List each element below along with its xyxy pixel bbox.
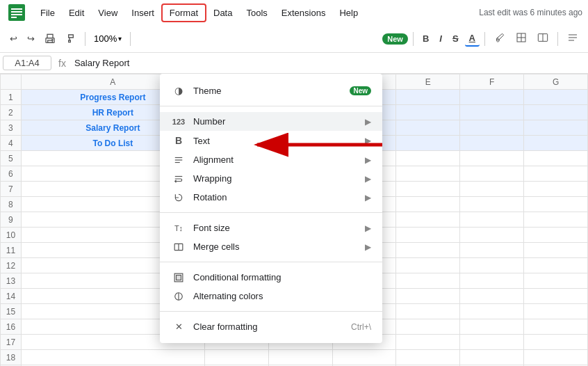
cell-g7[interactable] xyxy=(524,182,588,197)
cell-g9[interactable] xyxy=(524,212,588,228)
cell-f17[interactable] xyxy=(460,335,524,350)
format-menu[interactable]: ◑ Theme New 123 Number ▶ B Text xyxy=(160,74,382,343)
cell-g11[interactable] xyxy=(524,243,588,258)
menu-view[interactable]: View xyxy=(91,5,124,21)
format-merge-item[interactable]: Merge cells ▶ xyxy=(160,237,382,256)
format-number-item[interactable]: 123 Number ▶ xyxy=(160,112,382,131)
format-alternating-item[interactable]: Alternating colors xyxy=(160,287,382,305)
cell-e13[interactable] xyxy=(396,273,460,289)
undo-button[interactable]: ↩ xyxy=(6,31,22,47)
fill-color-button[interactable] xyxy=(490,30,509,47)
format-rotation-item[interactable]: Rotation ▶ xyxy=(160,188,382,207)
cell-f13[interactable] xyxy=(460,273,524,289)
format-fontsize-item[interactable]: T↕ Font size ▶ xyxy=(160,218,382,237)
cell-g18[interactable] xyxy=(524,350,588,365)
cell-e12[interactable] xyxy=(396,258,460,273)
cell-e9[interactable] xyxy=(396,212,460,228)
cell-e3[interactable] xyxy=(396,120,460,136)
cell-e15[interactable] xyxy=(396,304,460,319)
cell-e10[interactable] xyxy=(396,228,460,243)
cell-f16[interactable] xyxy=(460,319,524,335)
cell-e1[interactable] xyxy=(396,90,460,105)
cell-f7[interactable] xyxy=(460,182,524,197)
cell-f5[interactable] xyxy=(460,151,524,166)
cell-e7[interactable] xyxy=(396,182,460,197)
cell-a18[interactable] xyxy=(21,350,204,365)
cell-g17[interactable] xyxy=(524,335,588,350)
cell-f18[interactable] xyxy=(460,350,524,365)
cell-e16[interactable] xyxy=(396,319,460,335)
format-menu-section-2: 123 Number ▶ B Text ▶ Alignment xyxy=(160,109,382,209)
zoom-control[interactable]: 100% ▾ xyxy=(90,32,126,45)
align-button[interactable] xyxy=(563,30,582,47)
cell-e11[interactable] xyxy=(396,243,460,258)
cell-f6[interactable] xyxy=(460,166,524,182)
cell-g13[interactable] xyxy=(524,273,588,289)
merge-cells-arrow: ▶ xyxy=(365,242,371,252)
cell-g2[interactable] xyxy=(524,105,588,120)
menu-data[interactable]: Data xyxy=(206,5,239,21)
cell-f12[interactable] xyxy=(460,258,524,273)
cell-g4[interactable] xyxy=(524,136,588,151)
cell-b18[interactable] xyxy=(204,350,268,365)
cell-e5[interactable] xyxy=(396,151,460,166)
cell-f14[interactable] xyxy=(460,289,524,304)
formula-input[interactable]: Salary Report xyxy=(73,56,585,70)
border-button[interactable] xyxy=(512,30,531,47)
cell-e8[interactable] xyxy=(396,197,460,212)
cell-reference-input[interactable]: A1:A4 xyxy=(3,56,51,70)
merge-button[interactable] xyxy=(533,30,553,47)
menu-extensions[interactable]: Extensions xyxy=(275,5,333,21)
cell-e4[interactable] xyxy=(396,136,460,151)
cell-g14[interactable] xyxy=(524,289,588,304)
cell-g1[interactable] xyxy=(524,90,588,105)
cell-g10[interactable] xyxy=(524,228,588,243)
bold-button[interactable]: B xyxy=(418,31,433,46)
menu-file[interactable]: File xyxy=(33,5,62,21)
cell-c18[interactable] xyxy=(268,350,332,365)
cell-g15[interactable] xyxy=(524,304,588,319)
cell-g6[interactable] xyxy=(524,166,588,182)
format-text-item[interactable]: B Text ▶ xyxy=(160,131,382,150)
underline-button[interactable]: A xyxy=(465,31,480,47)
redo-button[interactable]: ↪ xyxy=(23,31,39,47)
menu-edit[interactable]: Edit xyxy=(62,5,91,21)
strikethrough-button[interactable]: S xyxy=(448,31,463,46)
format-conditional-item[interactable]: Conditional formatting xyxy=(160,268,382,287)
print-button[interactable] xyxy=(40,31,60,47)
cell-e17[interactable] xyxy=(396,335,460,350)
menu-insert[interactable]: Insert xyxy=(124,5,161,21)
menu-format[interactable]: Format xyxy=(161,3,206,22)
cell-f9[interactable] xyxy=(460,212,524,228)
cell-f1[interactable] xyxy=(460,90,524,105)
col-header-e[interactable]: E xyxy=(396,74,460,90)
cell-e18[interactable] xyxy=(396,350,460,365)
format-paint-button[interactable] xyxy=(61,31,81,47)
cell-f8[interactable] xyxy=(460,197,524,212)
menu-tools[interactable]: Tools xyxy=(239,5,274,21)
cell-g5[interactable] xyxy=(524,151,588,166)
cell-f3[interactable] xyxy=(460,120,524,136)
format-wrapping-item[interactable]: Wrapping ▶ xyxy=(160,169,382,188)
cell-g12[interactable] xyxy=(524,258,588,273)
cell-g16[interactable] xyxy=(524,319,588,335)
cell-g3[interactable] xyxy=(524,120,588,136)
format-theme-item[interactable]: ◑ Theme New xyxy=(160,81,382,100)
cell-e14[interactable] xyxy=(396,289,460,304)
menu-help[interactable]: Help xyxy=(332,5,365,21)
cell-f4[interactable] xyxy=(460,136,524,151)
italic-button[interactable]: I xyxy=(435,31,446,46)
cell-g8[interactable] xyxy=(524,197,588,212)
cell-d18[interactable] xyxy=(332,350,396,365)
cell-f15[interactable] xyxy=(460,304,524,319)
col-header-f[interactable]: F xyxy=(460,74,524,90)
cell-e2[interactable] xyxy=(396,105,460,120)
cell-f10[interactable] xyxy=(460,228,524,243)
cell-f11[interactable] xyxy=(460,243,524,258)
format-clear-item[interactable]: ✕ Clear formatting Ctrl+\ xyxy=(160,317,382,336)
cell-e6[interactable] xyxy=(396,166,460,182)
table-row: 18 xyxy=(1,350,588,365)
col-header-g[interactable]: G xyxy=(524,74,588,90)
format-alignment-item[interactable]: Alignment ▶ xyxy=(160,150,382,169)
cell-f2[interactable] xyxy=(460,105,524,120)
